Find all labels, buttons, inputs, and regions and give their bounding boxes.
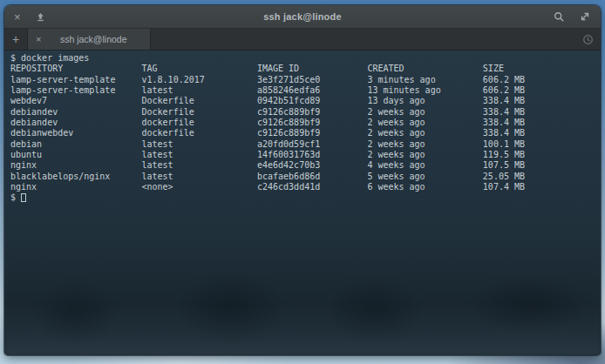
terminal-line: webdev7 Dockerfile 0942b51fcd89 13 days …: [10, 96, 601, 106]
new-tab-button[interactable]: +: [4, 29, 28, 50]
terminal-line: debiandev dockerfile c9126c889bf9 2 week…: [10, 118, 601, 128]
terminal-line: $ docker images: [10, 53, 601, 64]
history-icon[interactable]: [574, 29, 601, 50]
close-icon[interactable]: ×: [14, 11, 21, 23]
tab-close-icon[interactable]: ×: [36, 34, 41, 44]
tab-bar: + × ssh jack@linode: [4, 29, 601, 51]
shell-prompt: $: [10, 192, 16, 202]
desktop-wallpaper: × ssh jack@linode: [0, 0, 605, 364]
terminal-line: ubuntu latest 14f60031763d 2 weeks ago 1…: [10, 150, 601, 160]
tab-ssh-jack-linode[interactable]: × ssh jack@linode: [28, 29, 151, 50]
terminal-line: blacklabelops/nginx latest bcafaeb6d86d …: [10, 172, 601, 182]
terminal-cursor: [21, 193, 26, 202]
terminal-line: debianwebdev dockerfile c9126c889bf9 2 w…: [10, 128, 601, 138]
terminal-line: debian latest a20fd0d59cf1 2 weeks ago 1…: [10, 139, 601, 150]
terminal-line: REPOSITORY TAG IMAGE ID CREATED SIZE: [10, 64, 601, 74]
fullscreen-icon[interactable]: [580, 11, 590, 22]
maximize-icon[interactable]: [36, 12, 45, 22]
titlebar-actions: [554, 11, 601, 23]
titlebar[interactable]: × ssh jack@linode: [4, 5, 601, 29]
window-controls: ×: [4, 11, 45, 23]
terminal-window: × ssh jack@linode: [4, 5, 601, 355]
tab-label: ssh jack@linode: [44, 34, 142, 44]
search-icon[interactable]: [554, 11, 565, 23]
wallpaper-silhouettes: [4, 242, 601, 355]
terminal-line: nginx <none> c246cd3dd41d 6 weeks ago 10…: [10, 182, 601, 192]
terminal-line: nginx latest e4e6d42c70b3 4 weeks ago 10…: [10, 160, 601, 171]
terminal-scrollback: $ docker imagesREPOSITORY TAG IMAGE ID C…: [10, 53, 601, 192]
terminal-output[interactable]: $ docker imagesREPOSITORY TAG IMAGE ID C…: [4, 51, 601, 355]
terminal-line: lamp-server-template latest a858246edfa6…: [10, 85, 601, 96]
tabbar-spacer: [151, 29, 574, 50]
terminal-line: debiandev Dockerfile c9126c889bf9 2 week…: [10, 107, 601, 118]
terminal-line: lamp-server-template v1.8.10.2017 3e3f27…: [10, 75, 601, 85]
terminal-prompt-line: $: [10, 192, 601, 203]
window-title: ssh jack@linode: [4, 11, 601, 22]
